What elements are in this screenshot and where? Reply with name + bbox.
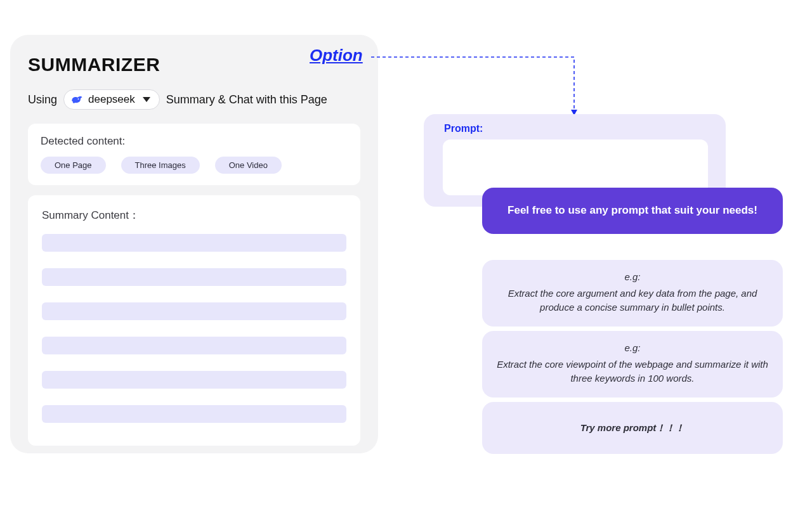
option-callout-label: Option: [310, 46, 363, 65]
model-name: deepseek: [88, 93, 135, 106]
summary-placeholder-line: [42, 268, 346, 286]
summarizer-panel: SUMMARIZER Using deepseek Summary & Chat…: [10, 35, 378, 453]
panel-subtitle: Summary & Chat with this Page: [166, 93, 327, 107]
example-body: Try more prompt！！！: [580, 422, 685, 433]
banner-text: Feel free to use any prompt that suit yo…: [508, 204, 757, 216]
summary-placeholder-line: [42, 405, 346, 423]
example-eg: e.g:: [496, 270, 769, 284]
chevron-down-icon: [143, 97, 150, 102]
svg-point-0: [78, 98, 79, 100]
prompt-example: e.g: Extract the core viewpoint of the w…: [482, 331, 783, 398]
example-body: Extract the core viewpoint of the webpag…: [497, 359, 768, 384]
chip-three-images[interactable]: Three Images: [121, 157, 200, 174]
example-body: Extract the core argument and key data f…: [508, 288, 757, 313]
deepseek-whale-icon: [70, 93, 83, 106]
detected-content-card: Detected content: One Page Three Images …: [28, 124, 360, 185]
model-selector[interactable]: deepseek: [63, 89, 160, 110]
chip-one-page[interactable]: One Page: [41, 157, 106, 174]
using-row: Using deepseek Summary & Chat with this …: [28, 89, 360, 110]
prompt-banner: Feel free to use any prompt that suit yo…: [482, 188, 783, 234]
using-label: Using: [28, 93, 57, 107]
prompt-input[interactable]: [443, 139, 708, 195]
detected-label: Detected content:: [41, 135, 348, 148]
detected-chip-row: One Page Three Images One Video: [41, 157, 348, 174]
summary-placeholder-line: [42, 371, 346, 389]
summary-placeholder-line: [42, 234, 346, 252]
prompt-example: Try more prompt！！！: [482, 402, 783, 454]
summary-placeholder-line: [42, 302, 346, 320]
summary-placeholder-line: [42, 337, 346, 354]
example-eg: e.g:: [496, 341, 769, 355]
prompt-example: e.g: Extract the core argument and key d…: [482, 260, 783, 327]
summary-content-card: Summary Content：: [28, 195, 360, 446]
summary-label: Summary Content：: [42, 208, 346, 223]
chip-one-video[interactable]: One Video: [215, 157, 282, 174]
prompt-title: Prompt:: [444, 123, 714, 134]
